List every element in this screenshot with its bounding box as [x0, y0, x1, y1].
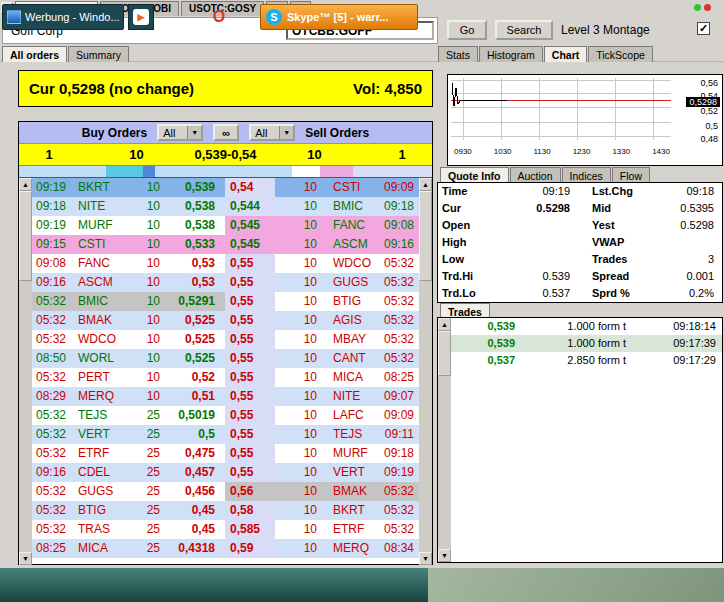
ask-price-cell: 0,545 — [225, 235, 275, 254]
quote-info-row: Open Yest 0.5298 — [438, 217, 722, 234]
bid-row[interactable]: 05:32 TEJS 25 0,5019 — [32, 406, 225, 425]
ask-row[interactable]: 0,58 10 BKRT 05:32 — [225, 501, 419, 520]
ask-row[interactable]: 0,544 10 BMIC 09:18 — [225, 197, 419, 216]
ask-row[interactable]: 0,55 10 GUGS 05:32 — [225, 273, 419, 292]
bid-row[interactable]: 05:32 VERT 25 0,5 — [32, 425, 225, 444]
bid-row[interactable]: 09:19 MURF 10 0,538 — [32, 216, 225, 235]
ask-row[interactable]: 0,55 10 LAFC 09:09 — [225, 406, 419, 425]
ask-scrollbar[interactable]: ▲ ▼ — [419, 178, 432, 565]
bid-row[interactable]: 05:32 GUGS 25 0,456 — [32, 482, 225, 501]
bid-scrollbar[interactable]: ▲ ▼ — [19, 178, 32, 565]
media-player-button[interactable]: ▶ — [128, 4, 154, 30]
scroll-up-icon[interactable]: ▲ — [419, 178, 432, 191]
scrollbar-track[interactable] — [438, 331, 451, 549]
scrollbar-thumb[interactable] — [419, 191, 432, 281]
ask-row[interactable]: 0,585 10 ETRF 05:32 — [225, 520, 419, 539]
quote-label: Sprd % — [570, 285, 652, 302]
ask-price-cell: 0,55 — [225, 425, 275, 444]
skype-button[interactable]: S Skype™ [5] - warr... — [260, 4, 418, 30]
bid-row[interactable]: 09:16 ASCM 10 0,53 — [32, 273, 225, 292]
analysis-tab[interactable]: Stats — [438, 46, 478, 62]
bid-row[interactable]: 09:18 NITE 10 0,538 — [32, 197, 225, 216]
scroll-down-icon[interactable]: ▼ — [19, 552, 32, 565]
bid-row[interactable]: 05:32 TRAS 25 0,45 — [32, 520, 225, 539]
analysis-tab[interactable]: TickScope — [588, 46, 653, 62]
trade-row[interactable]: 0,537 2.850 form t 09:17:29 — [451, 352, 722, 369]
ask-row[interactable]: 0,545 10 ASCM 09:16 — [225, 235, 419, 254]
trades-scrollbar[interactable]: ▲ ▼ — [438, 318, 451, 562]
scroll-down-icon[interactable]: ▼ — [419, 552, 432, 565]
search-button[interactable]: Search — [495, 20, 553, 40]
bid-row[interactable]: 05:32 PERT 10 0,52 — [32, 368, 225, 387]
bid-row[interactable]: 08:29 MERQ 10 0,51 — [32, 387, 225, 406]
desktop-area — [428, 568, 724, 602]
link-filters-button[interactable]: ∞ — [213, 124, 239, 141]
sell-filter-dropdown[interactable]: All ▼ — [249, 124, 295, 141]
minimize-dot-icon[interactable] — [694, 4, 701, 11]
ask-row[interactable]: 0,55 10 CANT 05:32 — [225, 349, 419, 368]
ask-row[interactable]: 0,55 10 AGIS 05:32 — [225, 311, 419, 330]
ask-row[interactable]: 0,55 10 MBAY 05:32 — [225, 330, 419, 349]
bid-size-cell: 10 — [126, 349, 166, 368]
scrollbar-track[interactable] — [419, 191, 432, 552]
quote-label: Open — [438, 217, 486, 234]
bid-row[interactable]: 05:32 BMIC 10 0,5291 — [32, 292, 225, 311]
chevron-down-icon: ▼ — [279, 126, 293, 139]
ask-row[interactable]: 0,54 10 CSTI 09:09 — [225, 178, 419, 197]
ask-row[interactable]: 0,55 10 BTIG 05:32 — [225, 292, 419, 311]
bid-row[interactable]: 09:15 CSTI 10 0,533 — [32, 235, 225, 254]
quote-tab[interactable]: Flow — [612, 167, 650, 183]
bid-price-cell: 0,456 — [166, 482, 225, 501]
bid-price-cell: 0,53 — [166, 273, 225, 292]
bid-row[interactable]: 05:32 ETRF 25 0,475 — [32, 444, 225, 463]
taskbar-window-button[interactable]: Werbung - Windo... — [2, 4, 124, 30]
trade-row[interactable]: 0,539 1.000 form t 09:17:39 — [451, 335, 722, 352]
ask-row[interactable]: 0,56 10 BMAK 05:32 — [225, 482, 419, 501]
bid-row[interactable]: 05:32 WDCO 10 0,525 — [32, 330, 225, 349]
bid-row[interactable]: 09:16 CDEL 25 0,457 — [32, 463, 225, 482]
quote-label: Mid — [570, 200, 652, 217]
scroll-up-icon[interactable]: ▲ — [438, 318, 451, 331]
ask-row[interactable]: 0,55 10 VERT 09:19 — [225, 463, 419, 482]
ask-row[interactable]: 0,55 10 NITE 09:07 — [225, 387, 419, 406]
scrollbar-thumb[interactable] — [438, 331, 451, 376]
bid-row[interactable]: 09:19 BKRT 10 0,539 — [32, 178, 225, 197]
bid-row[interactable]: 08:50 WORL 10 0,525 — [32, 349, 225, 368]
chart-x-tick: 1330 — [612, 147, 630, 156]
quote-tab[interactable]: Auction — [510, 167, 561, 183]
bid-row[interactable]: 09:08 FANC 10 0,53 — [32, 254, 225, 273]
bid-row[interactable]: 08:25 MICA 25 0,4318 — [32, 539, 225, 558]
bid-row[interactable]: 05:32 BTIG 25 0,45 — [32, 501, 225, 520]
quote-info-row: Trd.Lo 0.537 Sprd % 0.2% — [438, 285, 722, 302]
ask-row[interactable]: 0,55 10 MURF 09:18 — [225, 444, 419, 463]
ask-size-cell: 10 — [275, 425, 319, 444]
ask-price-cell: 0,585 — [225, 520, 275, 539]
quote-tab[interactable]: Quote Info — [440, 167, 509, 183]
ask-row[interactable]: 0,55 10 WDCO 05:32 — [225, 254, 419, 273]
ask-price-cell: 0,56 — [225, 482, 275, 501]
quote-label: Trd.Hi — [438, 268, 486, 285]
scrollbar-thumb[interactable] — [19, 191, 32, 281]
bid-row[interactable]: 05:32 BMAK 10 0,525 — [32, 311, 225, 330]
trade-row[interactable]: 0,539 1.000 form t 09:18:14 — [451, 318, 722, 335]
go-button[interactable]: Go — [447, 20, 487, 40]
scroll-up-icon[interactable]: ▲ — [19, 178, 32, 191]
orders-tab[interactable]: All orders — [2, 46, 67, 62]
orders-tab[interactable]: Summary — [68, 46, 129, 62]
bid-time-cell: 05:32 — [32, 520, 72, 539]
analysis-tab[interactable]: Histogram — [479, 46, 543, 62]
inside-quote: 0,539-0,54 — [194, 147, 257, 162]
quote-tab[interactable]: Indices — [562, 167, 611, 183]
ask-time-cell: 05:32 — [375, 311, 419, 330]
level3-montage-checkbox[interactable]: ✓ — [697, 22, 710, 35]
scrollbar-track[interactable] — [19, 191, 32, 552]
buy-filter-dropdown[interactable]: All ▼ — [157, 124, 203, 141]
ask-row[interactable]: 0,55 10 TEJS 09:11 — [225, 425, 419, 444]
ask-row[interactable]: 0,59 10 MERQ 08:34 — [225, 539, 419, 558]
analysis-tab[interactable]: Chart — [544, 46, 587, 62]
scroll-down-icon[interactable]: ▼ — [438, 549, 451, 562]
ask-row[interactable]: 0,545 10 FANC 09:08 — [225, 216, 419, 235]
opera-button[interactable]: O — [206, 4, 232, 30]
ask-row[interactable]: 0,55 10 MICA 08:25 — [225, 368, 419, 387]
close-dot-icon[interactable] — [704, 4, 711, 11]
